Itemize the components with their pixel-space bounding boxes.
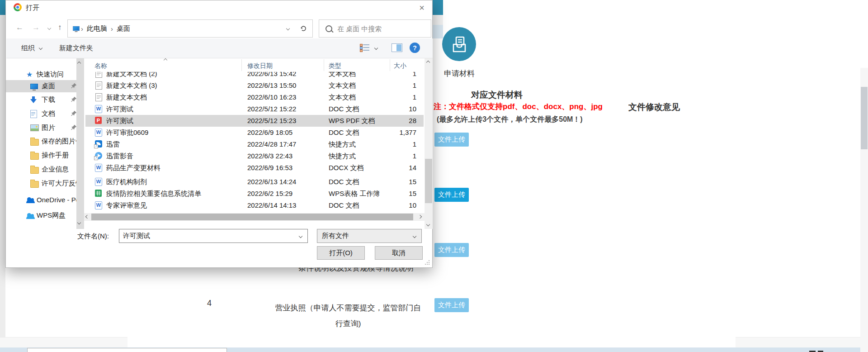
sidebar-item-saved-pictures[interactable]: 保存的图片信: [6, 135, 76, 147]
browser-scrollbar-thumb[interactable]: [861, 87, 868, 149]
file-row[interactable]: 医疗机构制剂2022/6/13 14:24DOC 文档15: [85, 176, 424, 188]
breadcrumb-separator: ›: [110, 25, 114, 33]
sidebar-item-label: 操作手册: [42, 151, 69, 160]
sidebar-scrollbar[interactable]: [76, 58, 84, 229]
filetype-value: 所有文件: [317, 232, 349, 240]
organize-menu[interactable]: 组织: [21, 44, 42, 52]
column-header-size[interactable]: 大小: [394, 62, 406, 70]
resize-grip[interactable]: [424, 259, 429, 265]
vertical-scrollbar-thumb[interactable]: [425, 159, 432, 203]
dialog-title: 打开: [26, 4, 39, 12]
scroll-left-icon[interactable]: [85, 215, 89, 219]
filename-combobox[interactable]: [119, 229, 308, 243]
forward-button[interactable]: →: [32, 23, 40, 32]
file-row[interactable]: ↗ 迅雷影音2022/6/3 22:43快捷方式1: [85, 150, 424, 162]
file-row-selected[interactable]: 许可测试2022/5/12 15:23WPS PDF 文档28: [85, 115, 424, 127]
scroll-up-icon[interactable]: [77, 62, 81, 65]
bottom-popup-edge: [27, 348, 227, 352]
filetype-dropdown-chevron[interactable]: [413, 234, 416, 238]
section-title: 对应文件材料: [471, 89, 589, 101]
file-row[interactable]: 专家评审意见2022/6/14 14:13DOC 文档10: [85, 200, 424, 211]
file-row[interactable]: 许可测试2022/5/12 15:22DOC 文档10: [85, 103, 424, 115]
sidebar-item-pictures[interactable]: 图片: [6, 122, 76, 134]
sidebar-item-enterprise-info[interactable]: 企业信息: [6, 163, 76, 176]
txt-file-icon: [95, 93, 102, 101]
sidebar-item-label: 企业信息: [42, 165, 69, 174]
scroll-down-icon[interactable]: [77, 221, 81, 224]
pin-icon: [71, 96, 76, 103]
file-row[interactable]: 新建文本文档2022/6/10 16:23文本文档1: [85, 91, 424, 103]
refresh-button[interactable]: [294, 19, 313, 38]
breadcrumb-separator: ›: [80, 25, 84, 33]
documents-icon: [30, 110, 37, 118]
breadcrumb-this-pc[interactable]: 此电脑: [84, 24, 110, 33]
page-footer-white: [127, 334, 736, 347]
help-icon[interactable]: ?: [410, 43, 420, 53]
filename-dropdown-chevron[interactable]: [299, 234, 302, 238]
step-label: 申请材料: [441, 68, 478, 79]
cancel-button[interactable]: 取消: [375, 246, 423, 260]
upload-button-4[interactable]: 文件上传: [434, 298, 469, 312]
refresh-icon: [299, 24, 307, 33]
business-license-line1: 营业执照（申请人不需要提交，监管部门自: [267, 300, 429, 316]
file-row[interactable]: 新建文本文档 (3)2022/6/13 15:50文本文档1: [85, 80, 424, 91]
folder-icon: [30, 181, 39, 188]
preview-pane-icon[interactable]: [392, 43, 402, 52]
scroll-right-icon[interactable]: [418, 215, 422, 219]
sidebar-item-operation-manual[interactable]: 操作手册: [6, 149, 76, 162]
scroll-down-icon[interactable]: [426, 223, 430, 226]
sidebar-item-label: 快速访问: [37, 70, 64, 79]
file-row[interactable]: 疫情防控相关重要信息系统清单2022/6/2 15:29WPS表格 工作簿15: [85, 188, 424, 200]
shortcut-badge-icon: ↗: [94, 144, 98, 148]
sidebar-item-desktop[interactable]: 桌面: [6, 80, 76, 92]
sidebar-item-label: 许可大厅反馈: [42, 179, 76, 188]
column-separator[interactable]: [390, 59, 390, 71]
upload-button-3[interactable]: 文件上传: [434, 243, 469, 257]
scroll-up-icon[interactable]: [426, 61, 430, 64]
xunlei-player-shortcut-icon: ↗: [95, 152, 102, 159]
address-bar[interactable]: › 此电脑 › 桌面: [67, 19, 294, 38]
filetype-combobox[interactable]: 所有文件: [317, 229, 422, 243]
shortcut-badge-icon: ↗: [94, 156, 98, 160]
page-header-band-right: [433, 0, 443, 15]
file-list-vertical-scrollbar[interactable]: [425, 58, 433, 229]
sidebar-item-onedrive[interactable]: OneDrive - Pe: [6, 194, 76, 206]
file-row[interactable]: 药品生产变更材料2022/6/9 16:53DOCX 文档14: [85, 162, 424, 174]
upload-button-2[interactable]: 文件上传: [434, 188, 469, 202]
upload-button-1[interactable]: 文件上传: [434, 133, 469, 147]
address-dropdown-chevron[interactable]: [286, 27, 290, 30]
column-header-date[interactable]: 修改日期: [247, 62, 273, 70]
close-icon[interactable]: ×: [415, 1, 429, 14]
open-button[interactable]: 打开(O): [317, 246, 365, 260]
file-row[interactable]: 许可审批06092022/6/9 18:05DOC 文档1,377: [85, 127, 424, 138]
chrome-icon: [14, 3, 22, 11]
file-row[interactable]: ↗ 迅雷2022/4/28 17:47快捷方式1: [85, 138, 424, 150]
sidebar-item-label: 桌面: [42, 82, 55, 90]
column-header-type[interactable]: 类型: [329, 62, 341, 70]
breadcrumb-desktop[interactable]: 桌面: [114, 24, 133, 33]
application-materials-icon: [442, 27, 476, 61]
search-box[interactable]: [319, 19, 431, 38]
row-number: 4: [203, 299, 216, 308]
filename-input[interactable]: [119, 232, 299, 240]
column-header-name[interactable]: 名称: [94, 62, 107, 70]
sidebar-item-license-hall-feedback[interactable]: 许可大厅反馈: [6, 177, 76, 190]
search-input[interactable]: [336, 24, 420, 33]
sidebar-item-documents[interactable]: 文档: [6, 108, 76, 120]
sidebar-item-downloads[interactable]: 下载: [6, 94, 76, 106]
file-list-horizontal-scrollbar[interactable]: [84, 213, 425, 221]
new-folder-button[interactable]: 新建文件夹: [59, 44, 93, 52]
up-button[interactable]: ↑: [58, 23, 62, 32]
business-license-line2: 行查询): [267, 316, 429, 332]
sidebar-item-wps-cloud[interactable]: WPS网盘: [6, 209, 76, 222]
page-header-band-left: [0, 0, 5, 15]
column-separator[interactable]: [324, 59, 324, 71]
horizontal-scrollbar-thumb[interactable]: [91, 214, 413, 220]
sidebar-item-quick-access[interactable]: ★ 快速访问: [6, 68, 76, 81]
doc-file-icon: [95, 128, 102, 137]
recent-locations-chevron[interactable]: [47, 26, 51, 30]
back-button[interactable]: ←: [16, 23, 24, 32]
column-separator[interactable]: [241, 59, 242, 71]
view-mode-icon[interactable]: [360, 44, 371, 52]
organize-label: 组织: [21, 44, 35, 52]
